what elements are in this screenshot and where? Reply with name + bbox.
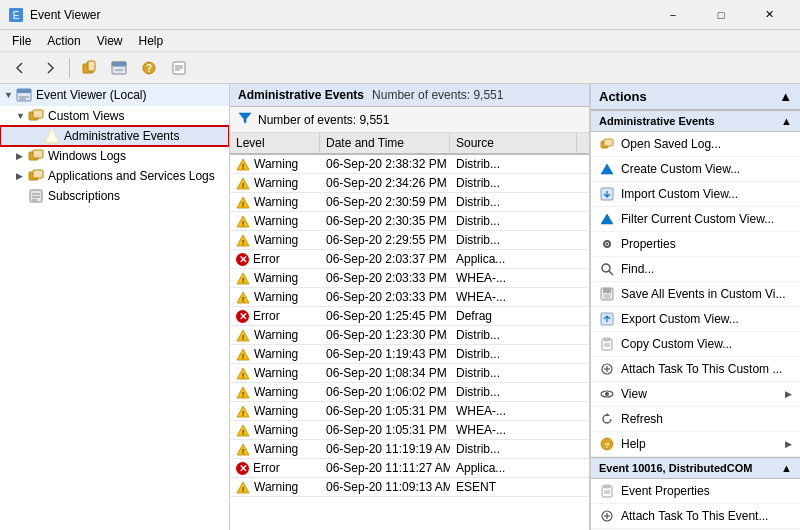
table-row[interactable]: ! Warning 06-Sep-20 1:08:34 PM Distrib..…	[230, 364, 589, 383]
action-item-label: Properties	[621, 237, 676, 251]
action-item[interactable]: Filter Current Custom View...	[591, 207, 800, 232]
section1-label: Administrative Events	[599, 115, 715, 127]
svg-text:!: !	[242, 238, 245, 247]
cell-datetime: 06-Sep-20 2:03:33 PM	[320, 288, 450, 306]
action-item[interactable]: Create Custom View...	[591, 157, 800, 182]
action-item[interactable]: View ▶	[591, 382, 800, 407]
cell-pad	[577, 421, 589, 439]
action-item[interactable]: Save All Events in Custom Vi...	[591, 282, 800, 307]
table-row[interactable]: ! Warning 06-Sep-20 11:09:13 AM ESENT	[230, 478, 589, 497]
properties-button[interactable]	[165, 55, 193, 81]
table-row[interactable]: ! Warning 06-Sep-20 1:06:02 PM Distrib..…	[230, 383, 589, 402]
cell-pad	[577, 402, 589, 420]
warning-icon: !	[236, 366, 250, 380]
app-icon: E	[8, 7, 24, 23]
cell-level: ! Warning	[230, 440, 320, 458]
action-item-icon	[599, 411, 615, 427]
warning-icon: !	[236, 271, 250, 285]
cell-pad	[577, 383, 589, 401]
svg-marker-81	[607, 413, 610, 416]
tree-item-admin-events[interactable]: ▶ ! Administrative Events	[0, 126, 229, 146]
actions-collapse-icon[interactable]: ▲	[779, 89, 792, 104]
cell-datetime: 06-Sep-20 1:23:30 PM	[320, 326, 450, 344]
svg-text:!: !	[242, 219, 245, 228]
cell-level: ! Warning	[230, 269, 320, 287]
svg-text:!: !	[242, 485, 245, 494]
table-row[interactable]: ! Warning 06-Sep-20 2:30:35 PM Distrib..…	[230, 212, 589, 231]
filter-bar: Number of events: 9,551	[230, 107, 589, 133]
table-row[interactable]: ✕Error 06-Sep-20 2:03:37 PM Applica...	[230, 250, 589, 269]
action-item-label: Find...	[621, 262, 654, 276]
action-item[interactable]: Refresh	[591, 407, 800, 432]
cell-source: Distrib...	[450, 174, 577, 192]
create-view-button[interactable]	[105, 55, 133, 81]
menu-action[interactable]: Action	[39, 32, 88, 50]
tree-item-windows-logs[interactable]: ▶ Windows Logs	[0, 146, 229, 166]
action-item[interactable]: Export Custom View...	[591, 307, 800, 332]
cell-level: ! Warning	[230, 212, 320, 230]
error-icon: ✕	[236, 310, 249, 323]
close-button[interactable]: ✕	[746, 0, 792, 30]
cell-level: ✕Error	[230, 250, 320, 268]
submenu-arrow: ▶	[785, 389, 792, 399]
menu-bar: File Action View Help	[0, 30, 800, 52]
table-row[interactable]: ! Warning 06-Sep-20 2:03:33 PM WHEA-...	[230, 269, 589, 288]
maximize-button[interactable]: □	[698, 0, 744, 30]
menu-help[interactable]: Help	[131, 32, 172, 50]
svg-text:!: !	[242, 333, 245, 342]
action-item-label: Help	[621, 437, 646, 451]
section2-collapse-icon[interactable]: ▲	[781, 462, 792, 474]
tree-item-subscriptions[interactable]: ▶ Subscriptions	[0, 186, 229, 206]
action-item[interactable]: Attach Task To This Custom ...	[591, 357, 800, 382]
tree-root[interactable]: ▼ Event Viewer (Local)	[0, 84, 229, 106]
back-button[interactable]	[6, 55, 34, 81]
action-item-label: Open Saved Log...	[621, 137, 721, 151]
cell-source: ESENT	[450, 478, 577, 496]
action-item-label: Copy Custom View...	[621, 337, 732, 351]
table-row[interactable]: ✕Error 06-Sep-20 1:25:45 PM Defrag	[230, 307, 589, 326]
middle-panel: Administrative Events Number of events: …	[230, 84, 590, 530]
col-datetime: Date and Time	[320, 133, 450, 153]
menu-file[interactable]: File	[4, 32, 39, 50]
action-item[interactable]: ? Help ▶	[591, 432, 800, 457]
action-item-icon	[599, 311, 615, 327]
table-row[interactable]: ! Warning 06-Sep-20 2:38:32 PM Distrib..…	[230, 155, 589, 174]
warning-icon: !	[236, 347, 250, 361]
tree-item-custom-views[interactable]: ▼ Custom Views	[0, 106, 229, 126]
action-item-icon	[599, 483, 615, 499]
cell-datetime: 06-Sep-20 1:06:02 PM	[320, 383, 450, 401]
table-row[interactable]: ! Warning 06-Sep-20 1:05:31 PM WHEA-...	[230, 421, 589, 440]
forward-button[interactable]	[36, 55, 64, 81]
cell-pad	[577, 250, 589, 268]
action-item[interactable]: Event Properties	[591, 479, 800, 504]
menu-view[interactable]: View	[89, 32, 131, 50]
tree-item-app-logs[interactable]: ▶ Applications and Services Logs	[0, 166, 229, 186]
table-row[interactable]: ! Warning 06-Sep-20 2:34:26 PM Distrib..…	[230, 174, 589, 193]
action-item[interactable]: Attach Task To This Event...	[591, 504, 800, 529]
table-row[interactable]: ! Warning 06-Sep-20 2:03:33 PM WHEA-...	[230, 288, 589, 307]
main-container: ▼ Event Viewer (Local) ▼ Custom View	[0, 84, 800, 530]
minimize-button[interactable]: −	[650, 0, 696, 30]
table-row[interactable]: ! Warning 06-Sep-20 1:19:43 PM Distrib..…	[230, 345, 589, 364]
cell-pad	[577, 459, 589, 477]
event-viewer-icon	[16, 87, 32, 103]
help-button[interactable]: ?	[135, 55, 163, 81]
action-item[interactable]: Copy Custom View...	[591, 332, 800, 357]
table-row[interactable]: ! Warning 06-Sep-20 1:05:31 PM WHEA-...	[230, 402, 589, 421]
section1-collapse-icon[interactable]: ▲	[781, 115, 792, 127]
cell-source: Distrib...	[450, 383, 577, 401]
event-table[interactable]: Level Date and Time Source ! Warning 06-…	[230, 133, 589, 530]
table-row[interactable]: ✕Error 06-Sep-20 11:11:27 AM Applica...	[230, 459, 589, 478]
action-item[interactable]: Open Saved Log...	[591, 132, 800, 157]
open-log-button[interactable]	[75, 55, 103, 81]
cell-source: Applica...	[450, 459, 577, 477]
action-item[interactable]: Properties	[591, 232, 800, 257]
action-item[interactable]: Find...	[591, 257, 800, 282]
table-row[interactable]: ! Warning 06-Sep-20 11:19:19 AM Distrib.…	[230, 440, 589, 459]
table-row[interactable]: ! Warning 06-Sep-20 1:23:30 PM Distrib..…	[230, 326, 589, 345]
table-row[interactable]: ! Warning 06-Sep-20 2:30:59 PM Distrib..…	[230, 193, 589, 212]
action-item[interactable]: Import Custom View...	[591, 182, 800, 207]
table-row[interactable]: ! Warning 06-Sep-20 2:29:55 PM Distrib..…	[230, 231, 589, 250]
svg-rect-60	[604, 139, 613, 146]
cell-level: ! Warning	[230, 364, 320, 382]
